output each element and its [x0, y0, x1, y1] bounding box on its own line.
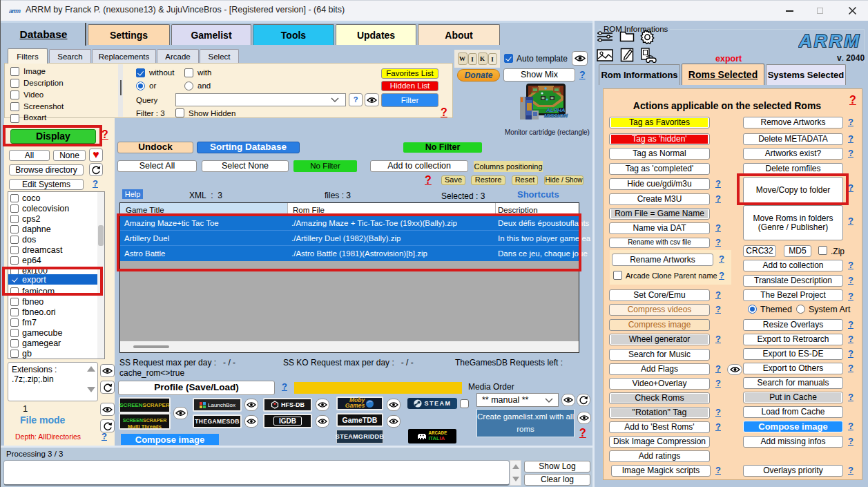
svg-text:arrm: arrm	[9, 8, 21, 15]
svg-text:MISSION: MISSION	[544, 113, 568, 119]
svg-text:ARRM: ARRM	[798, 30, 860, 51]
